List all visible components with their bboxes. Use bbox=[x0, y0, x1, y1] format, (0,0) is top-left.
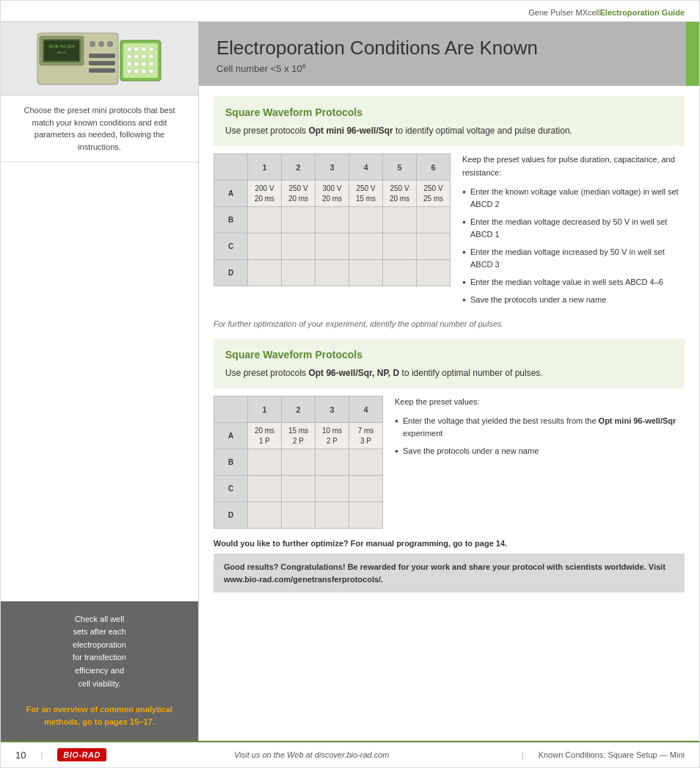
list-item: Save the protocols under a new name bbox=[462, 294, 685, 307]
svg-point-8 bbox=[107, 41, 113, 47]
section2-instructions-list: Enter the voltage that yielded the best … bbox=[395, 415, 685, 458]
col-header-1: 1 bbox=[248, 154, 282, 181]
svg-text:GENE PULSER: GENE PULSER bbox=[48, 44, 75, 48]
cell-a2: 250 V20 ms bbox=[282, 181, 316, 207]
s2-cell-c2 bbox=[282, 476, 316, 502]
section1-title: Square Waveform Protocols bbox=[225, 106, 673, 118]
page-footer: 10 | BIO-RAD Visit us on the Web at disc… bbox=[1, 741, 699, 767]
header-text: Gene Pulser MXcell bbox=[528, 8, 599, 17]
section2-title: Square Waveform Protocols bbox=[225, 349, 673, 361]
page-subtitle: Cell number <5 x 106 bbox=[216, 62, 682, 74]
table-row: D bbox=[214, 260, 451, 286]
table-row: B bbox=[214, 449, 383, 476]
s2-cell-d3 bbox=[316, 502, 349, 529]
cell-b3 bbox=[316, 207, 349, 233]
row-label-a: A bbox=[214, 181, 248, 207]
section2-description: Use preset protocols Opt 96-well/Sqr, NP… bbox=[225, 366, 673, 380]
svg-point-29 bbox=[149, 69, 153, 73]
svg-point-14 bbox=[127, 47, 131, 51]
s2-cell-c4 bbox=[349, 476, 383, 502]
gray-box-line3: electroporation bbox=[73, 640, 126, 649]
cell-b1 bbox=[248, 207, 282, 233]
s2-col-header-2: 2 bbox=[282, 396, 316, 423]
corner-cell2 bbox=[214, 396, 248, 423]
svg-point-19 bbox=[134, 54, 139, 59]
page-title: Electroporation Conditions Are Known bbox=[216, 37, 682, 59]
cell-d5 bbox=[383, 260, 417, 286]
cell-d3 bbox=[316, 260, 349, 286]
footer-separator2: | bbox=[522, 750, 524, 759]
s2-cell-b1 bbox=[248, 449, 282, 476]
s2-cell-d2 bbox=[282, 502, 316, 529]
svg-point-17 bbox=[149, 47, 153, 51]
svg-point-23 bbox=[134, 62, 139, 66]
section2-box: Square Waveform Protocols Use preset pro… bbox=[214, 338, 685, 388]
cell-c5 bbox=[383, 233, 417, 260]
sidebar-gray-box: Check all well sets after each electropo… bbox=[1, 601, 198, 741]
left-sidebar: GENE PULSER MXcell bbox=[1, 22, 199, 741]
title-section: Electroporation Conditions Are Known Cel… bbox=[199, 22, 699, 86]
section1-grid-row: 1 2 3 4 5 6 A 200 V20 ms 250 V20 ms bbox=[214, 153, 685, 311]
gray-box-line6: cell viability. bbox=[79, 679, 121, 688]
section1-well-plate: 1 2 3 4 5 6 A 200 V20 ms 250 V20 ms bbox=[214, 153, 451, 286]
page-number: 10 bbox=[15, 750, 26, 761]
green-tab bbox=[686, 22, 699, 86]
s2-cell-a3: 10 ms2 P bbox=[316, 423, 349, 449]
cell-a3: 300 V20 ms bbox=[316, 181, 349, 207]
list-item: Enter the median voltage value in well s… bbox=[462, 276, 685, 289]
s2-cell-d4 bbox=[349, 502, 383, 529]
list-item: Enter the voltage that yielded the best … bbox=[395, 415, 685, 441]
good-results-box: Good results? Congratulations! Be reward… bbox=[214, 554, 685, 593]
s2-cell-a2: 15 ms2 P bbox=[282, 423, 316, 449]
s2-cell-b4 bbox=[349, 449, 383, 476]
table-row: C bbox=[214, 233, 451, 260]
cell-a5: 250 V20 ms bbox=[383, 181, 417, 207]
gray-box-line2: sets after each bbox=[73, 627, 125, 636]
svg-point-27 bbox=[134, 69, 139, 73]
row-label-d: D bbox=[214, 260, 248, 286]
cell-a4: 250 V15 ms bbox=[349, 181, 383, 207]
col-header-5: 5 bbox=[383, 154, 417, 181]
s2-cell-a4: 7 ms3 P bbox=[349, 423, 383, 449]
cell-c2 bbox=[282, 233, 316, 260]
list-item: Enter the median voltage increased by 50… bbox=[462, 246, 685, 272]
cell-d4 bbox=[349, 260, 383, 286]
cell-b4 bbox=[349, 207, 383, 233]
col-header-4: 4 bbox=[349, 154, 383, 181]
table-row: A 20 ms1 P 15 ms2 P 10 ms2 P 7 ms3 P bbox=[214, 423, 383, 449]
s2-cell-b3 bbox=[316, 449, 349, 476]
sidebar-device-image: GENE PULSER MXcell bbox=[1, 22, 198, 95]
s2-row-label-d: D bbox=[214, 502, 248, 529]
s2-col-header-1: 1 bbox=[248, 396, 282, 423]
title-wrapper: Electroporation Conditions Are Known Cel… bbox=[199, 22, 699, 86]
section1-instructions: Keep the preset values for pulse duratio… bbox=[462, 153, 685, 311]
s2-cell-a1: 20 ms1 P bbox=[248, 423, 282, 449]
svg-point-20 bbox=[142, 54, 146, 59]
section2-instructions: Keep the preset values: Enter the voltag… bbox=[395, 396, 685, 462]
svg-point-21 bbox=[149, 54, 153, 59]
list-item: Enter the known voltage value (median vo… bbox=[462, 186, 685, 211]
col-header-3: 3 bbox=[316, 154, 349, 181]
table-row: D bbox=[214, 502, 383, 529]
cell-c6 bbox=[417, 233, 451, 260]
cell-d2 bbox=[282, 260, 316, 286]
table-row: A 200 V20 ms 250 V20 ms 300 V20 ms 250 V… bbox=[214, 181, 451, 207]
row-label-b: B bbox=[214, 207, 248, 233]
s2-cell-c1 bbox=[248, 476, 282, 502]
manual-text: Would you like to further optimize? For … bbox=[214, 539, 685, 548]
device-illustration: GENE PULSER MXcell bbox=[34, 26, 166, 92]
section1-box: Square Waveform Protocols Use preset pro… bbox=[214, 96, 685, 146]
s2-row-label-b: B bbox=[214, 449, 248, 476]
s2-col-header-4: 4 bbox=[349, 396, 383, 423]
corner-cell bbox=[214, 154, 248, 181]
cell-b2 bbox=[282, 207, 316, 233]
list-item: Save the protocols under a new name bbox=[395, 445, 685, 458]
cell-c3 bbox=[316, 233, 349, 260]
cell-a6: 250 V25 ms bbox=[417, 181, 451, 207]
col-header-6: 6 bbox=[417, 154, 451, 181]
sidebar-spacer bbox=[1, 162, 198, 601]
svg-point-26 bbox=[127, 69, 131, 73]
svg-point-24 bbox=[142, 62, 146, 66]
section1-instructions-intro: Keep the preset values for pulse duratio… bbox=[462, 153, 685, 179]
footer-visit-text: Visit us on the Web at discover.bio-rad.… bbox=[117, 750, 507, 759]
